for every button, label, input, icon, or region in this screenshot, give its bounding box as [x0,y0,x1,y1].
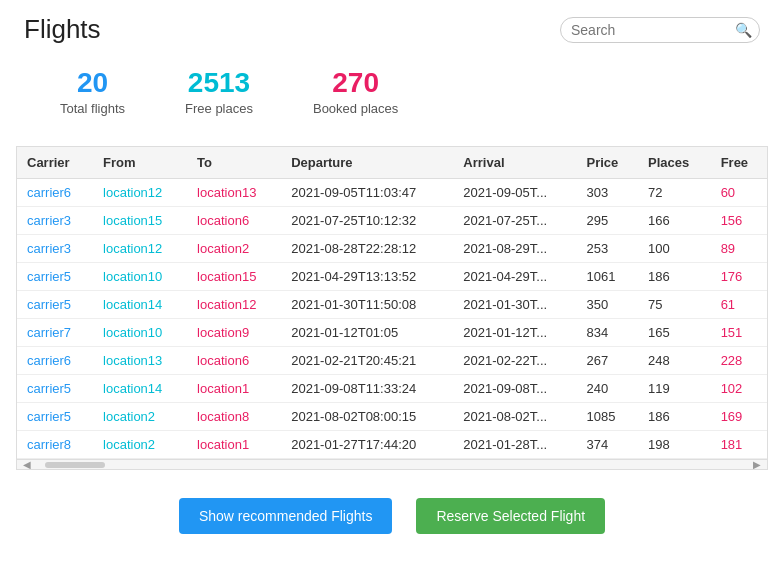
table-cell: 2021-01-12T01:05 [281,319,453,347]
booked-places-value: 270 [332,67,379,99]
table-cell: 240 [577,375,638,403]
free-places-label: Free places [185,101,253,116]
scroll-right-arrow[interactable]: ▶ [749,459,765,470]
table-cell: location14 [93,375,187,403]
table-cell: 834 [577,319,638,347]
table-cell: carrier5 [17,291,93,319]
table-row[interactable]: carrier5location10location152021-04-29T1… [17,263,767,291]
stats-row: 20 Total flights 2513 Free places 270 Bo… [0,57,784,126]
table-cell: 2021-08-02T08:00:15 [281,403,453,431]
table-cell: 303 [577,179,638,207]
reserve-selected-button[interactable]: Reserve Selected Flight [416,498,605,534]
table-cell: 60 [711,179,767,207]
total-flights-value: 20 [77,67,108,99]
table-cell: 2021-09-08T11:33:24 [281,375,453,403]
table-cell: 176 [711,263,767,291]
table-row[interactable]: carrier5location14location12021-09-08T11… [17,375,767,403]
table-row[interactable]: carrier7location10location92021-01-12T01… [17,319,767,347]
scroll-left-arrow[interactable]: ◀ [19,459,35,470]
table-cell: 2021-02-21T20:45:21 [281,347,453,375]
search-input[interactable] [571,22,731,38]
table-cell: 2021-08-29T... [453,235,576,263]
table-cell: carrier5 [17,375,93,403]
table-cell: 2021-02-22T... [453,347,576,375]
col-header-from: From [93,147,187,179]
table-cell: 350 [577,291,638,319]
table-cell: location8 [187,403,281,431]
show-recommended-button[interactable]: Show recommended Flights [179,498,393,534]
table-cell: 374 [577,431,638,459]
table-cell: 2021-09-05T... [453,179,576,207]
table-row[interactable]: carrier6location13location62021-02-21T20… [17,347,767,375]
col-header-places: Places [638,147,711,179]
table-row[interactable]: carrier8location2location12021-01-27T17:… [17,431,767,459]
table-cell: 2021-01-12T... [453,319,576,347]
table-cell: location12 [93,235,187,263]
page-title: Flights [24,14,101,45]
table-cell: 248 [638,347,711,375]
table-cell: 165 [638,319,711,347]
table-cell: 2021-01-30T... [453,291,576,319]
table-cell: location12 [187,291,281,319]
table-cell: carrier5 [17,403,93,431]
table-cell: location10 [93,319,187,347]
table-cell: 169 [711,403,767,431]
table-cell: location14 [93,291,187,319]
table-cell: carrier3 [17,207,93,235]
booked-places-label: Booked places [313,101,398,116]
table-cell: 198 [638,431,711,459]
col-header-departure: Departure [281,147,453,179]
table-row[interactable]: carrier3location15location62021-07-25T10… [17,207,767,235]
table-cell: 100 [638,235,711,263]
table-cell: 166 [638,207,711,235]
table-cell: 2021-07-25T10:12:32 [281,207,453,235]
free-places-stat: 2513 Free places [185,67,253,116]
table-cell: carrier7 [17,319,93,347]
bottom-buttons: Show recommended Flights Reserve Selecte… [0,486,784,546]
table-cell: carrier3 [17,235,93,263]
table-cell: 2021-09-05T11:03:47 [281,179,453,207]
table-cell: location6 [187,207,281,235]
col-header-price: Price [577,147,638,179]
table-cell: location10 [93,263,187,291]
horizontal-scrollbar[interactable]: ◀ ▶ [17,459,767,469]
scroll-thumb [45,462,105,468]
table-cell: 1085 [577,403,638,431]
table-cell: carrier5 [17,263,93,291]
total-flights-stat: 20 Total flights [60,67,125,116]
table-cell: location6 [187,347,281,375]
search-icon: 🔍 [735,22,752,38]
table-cell: 2021-04-29T13:13:52 [281,263,453,291]
table-cell: location1 [187,375,281,403]
table-cell: 228 [711,347,767,375]
table-cell: 186 [638,263,711,291]
table-cell: location2 [93,431,187,459]
table-row[interactable]: carrier3location12location22021-08-28T22… [17,235,767,263]
table-cell: carrier6 [17,347,93,375]
table-cell: location15 [93,207,187,235]
table-row[interactable]: carrier6location12location132021-09-05T1… [17,179,767,207]
table-row[interactable]: carrier5location2location82021-08-02T08:… [17,403,767,431]
table-cell: location12 [93,179,187,207]
table-header-row: Carrier From To Departure Arrival Price … [17,147,767,179]
table-cell: carrier6 [17,179,93,207]
table-cell: 119 [638,375,711,403]
table-cell: 2021-01-28T... [453,431,576,459]
table-scroll[interactable]: Carrier From To Departure Arrival Price … [17,147,767,459]
table-cell: 2021-07-25T... [453,207,576,235]
col-header-free: Free [711,147,767,179]
table-cell: 1061 [577,263,638,291]
free-places-value: 2513 [188,67,250,99]
search-container: 🔍 [560,17,760,43]
table-cell: 253 [577,235,638,263]
table-cell: 2021-01-30T11:50:08 [281,291,453,319]
table-cell: 2021-08-02T... [453,403,576,431]
col-header-carrier: Carrier [17,147,93,179]
table-cell: location2 [187,235,281,263]
table-row[interactable]: carrier5location14location122021-01-30T1… [17,291,767,319]
table-cell: 151 [711,319,767,347]
table-cell: 61 [711,291,767,319]
table-cell: location13 [187,179,281,207]
table-cell: location15 [187,263,281,291]
table-cell: 2021-01-27T17:44:20 [281,431,453,459]
